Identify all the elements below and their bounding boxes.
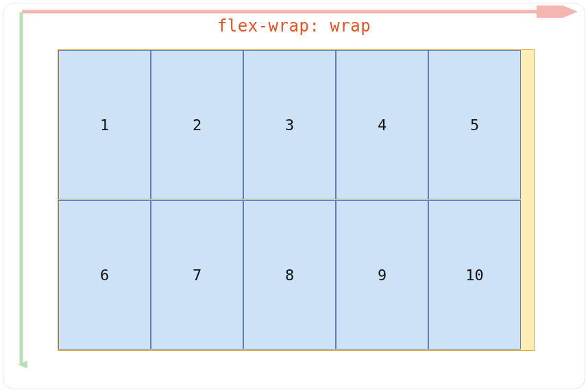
flex-item: 10 [428, 200, 521, 350]
diagram-canvas: flex-wrap: wrap 1 2 3 4 5 6 7 8 9 10 [0, 0, 588, 392]
flex-item: 8 [243, 200, 336, 350]
flex-item: 2 [151, 50, 243, 199]
flex-item: 1 [58, 50, 151, 199]
flex-item: 7 [151, 200, 243, 350]
flex-item: 5 [428, 50, 521, 199]
diagram-title: flex-wrap: wrap [0, 16, 588, 36]
flex-container: 1 2 3 4 5 6 7 8 9 10 [58, 49, 535, 351]
cross-axis-arrow-icon [15, 12, 27, 374]
flex-item: 3 [243, 50, 336, 199]
flex-item: 9 [336, 200, 428, 350]
flex-item: 4 [336, 50, 428, 199]
flex-container-inner: 1 2 3 4 5 6 7 8 9 10 [58, 50, 534, 350]
flex-item: 6 [58, 200, 151, 350]
